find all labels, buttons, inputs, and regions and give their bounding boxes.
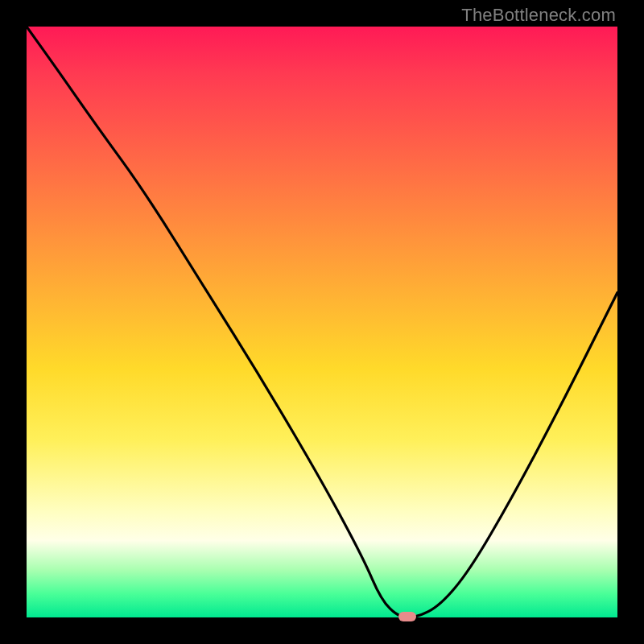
watermark-text: TheBottleneck.com <box>461 5 616 26</box>
optimal-marker <box>398 612 416 621</box>
curve-layer <box>27 27 617 617</box>
plot-area <box>27 27 617 617</box>
bottleneck-curve-line <box>27 27 617 617</box>
chart-container: TheBottleneck.com <box>0 0 644 644</box>
